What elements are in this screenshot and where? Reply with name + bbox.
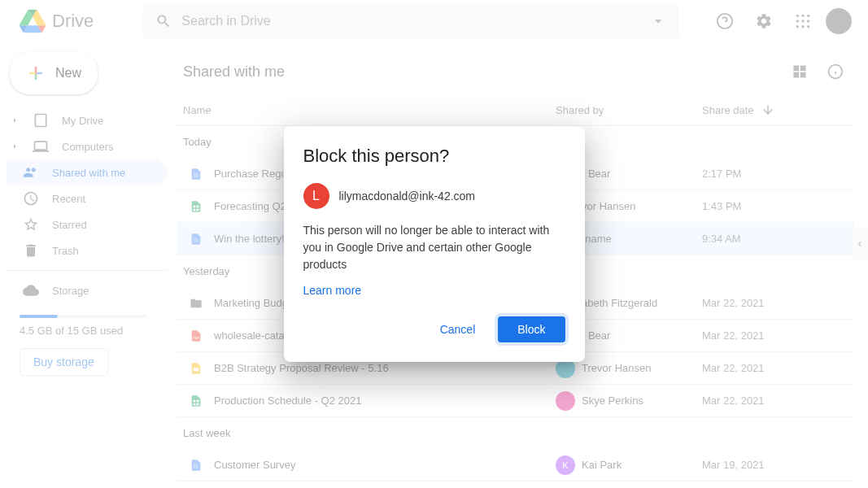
learn-more-link[interactable]: Learn more (303, 284, 362, 297)
cancel-button[interactable]: Cancel (424, 316, 492, 342)
block-button[interactable]: Block (498, 316, 565, 342)
modal-overlay: Block this person? L lilymacdonald@ink-4… (0, 0, 868, 488)
modal-actions: Cancel Block (303, 316, 565, 342)
modal-title: Block this person? (303, 146, 565, 167)
modal-email: lilymacdonald@ink-42.com (339, 190, 476, 203)
modal-body: This person will no longer be able to in… (303, 222, 565, 273)
block-person-modal: Block this person? L lilymacdonald@ink-4… (284, 126, 585, 362)
modal-user: L lilymacdonald@ink-42.com (303, 183, 565, 209)
modal-avatar: L (303, 183, 329, 209)
